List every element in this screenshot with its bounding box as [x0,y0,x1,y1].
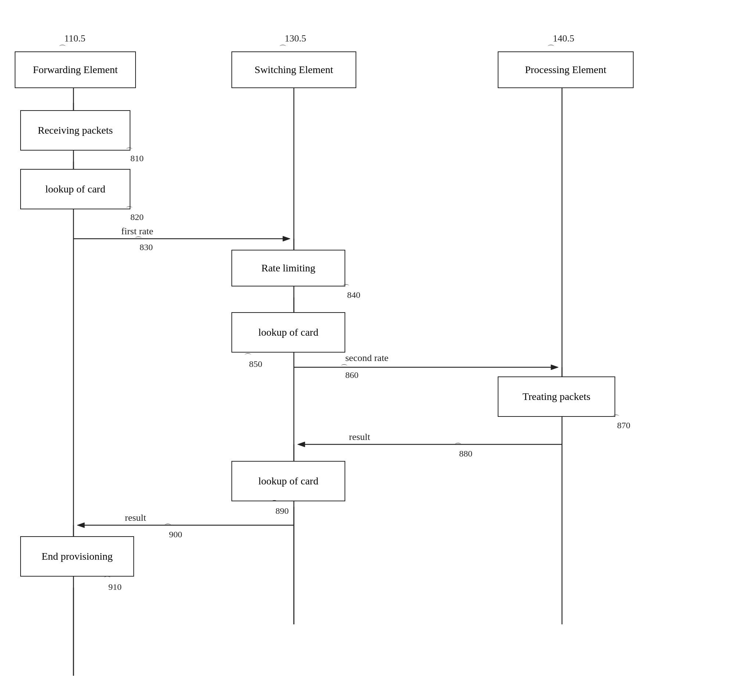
svg-marker-10 [551,365,558,370]
result1-curly: ⌒ [454,441,462,451]
switching-ref: 130.5 [285,33,306,44]
rate-limiting-label: Rate limiting [262,262,316,274]
result-2-label: result [125,512,146,524]
treating-packets-label: Treating packets [523,391,591,403]
result-1-label: result [349,432,370,443]
first-rate-curly: ⌒ [135,235,142,245]
end-provisioning-label: End provisioning [41,550,113,562]
lookup-card-2-box: lookup of card [231,312,345,353]
lookup3-curly: ⌒ [271,499,278,509]
processing-element-box: Processing Element [498,51,634,88]
lookup-card-1-box: lookup of card [20,169,131,209]
receiving-packets-label: Receiving packets [38,125,113,136]
forwarding-curly: ⌒ [59,43,66,53]
svg-marker-6 [283,236,290,241]
result2-curly: ⌒ [164,522,172,532]
switching-element-label: Switching Element [254,64,333,76]
second-rate-curly: ⌒ [341,363,348,373]
second-rate-label: second rate [345,353,389,363]
lookup2-curly: ⌒ [244,352,251,362]
treating-curly: ⌒ [612,413,620,423]
forwarding-element-label: Forwarding Element [33,64,118,76]
svg-marker-16 [77,523,84,528]
treating-packets-box: Treating packets [498,376,615,417]
lookup-card-3-box: lookup of card [231,461,345,501]
receiving-curly: ⌒ [126,146,133,156]
processing-ref: 140.5 [553,33,575,44]
rate-limiting-box: Rate limiting [231,250,345,287]
svg-marker-13 [297,442,305,447]
end-prov-curly: ⌒ [104,575,111,585]
rate-limiting-curly: ⌒ [343,283,350,293]
lookup-card-1-label: lookup of card [45,183,105,195]
processing-curly: ⌒ [547,43,555,53]
switching-element-box: Switching Element [231,51,356,88]
processing-element-label: Processing Element [525,64,606,76]
lookup1-curly: ⌒ [126,205,133,215]
lookup-card-2-label: lookup of card [258,326,318,338]
end-provisioning-box: End provisioning [20,536,134,576]
switching-curly: ⌒ [279,43,287,53]
forwarding-ref: 110.5 [64,33,85,44]
forwarding-element-box: Forwarding Element [15,51,136,88]
receiving-packets-box: Receiving packets [20,110,131,151]
lookup-card-3-label: lookup of card [258,475,318,487]
